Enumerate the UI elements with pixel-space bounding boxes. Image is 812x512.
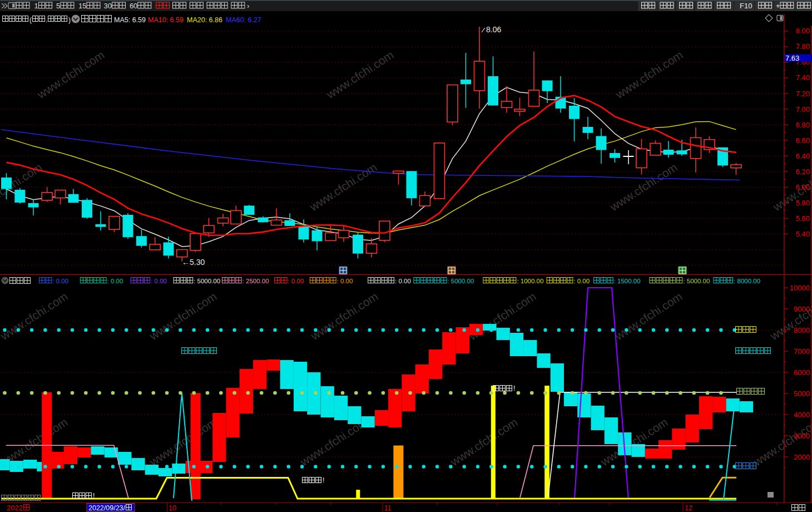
svg-text:7000: 7000 (794, 347, 810, 356)
svg-text:8.06: 8.06 (486, 25, 501, 34)
svg-text:: 2500.00: : 2500.00 (242, 278, 269, 284)
svg-text:6.60: 6.60 (796, 136, 810, 145)
svg-text:6.00: 6.00 (796, 183, 810, 191)
svg-text:60: 60 (130, 2, 137, 10)
svg-text:!: ! (93, 492, 95, 500)
svg-text:+: + (776, 2, 780, 10)
svg-text:2022: 2022 (7, 504, 23, 512)
svg-text:!: ! (323, 476, 324, 484)
svg-text:6.40: 6.40 (796, 152, 810, 160)
svg-text:›: › (247, 2, 249, 10)
svg-text:F10: F10 (740, 2, 752, 10)
svg-text:MA60: 6.27: MA60: 6.27 (226, 16, 261, 24)
svg-text:←5.30: ←5.30 (182, 258, 205, 267)
svg-text:30: 30 (104, 2, 112, 10)
svg-text:10: 10 (169, 504, 176, 512)
svg-text:(: ( (29, 16, 32, 24)
svg-text:4000: 4000 (794, 411, 810, 419)
svg-text:.: . (46, 16, 47, 24)
svg-text:MA10: 6.59: MA10: 6.59 (148, 16, 184, 24)
svg-text:5000: 5000 (794, 390, 810, 398)
svg-text:5.40: 5.40 (796, 230, 810, 238)
svg-text:MA20: 6.86: MA20: 6.86 (187, 16, 222, 24)
svg-text:5.80: 5.80 (796, 199, 810, 207)
svg-text:9000: 9000 (794, 305, 810, 313)
svg-text:3000: 3000 (794, 432, 810, 440)
svg-text:: 0.00: : 0.00 (52, 278, 68, 284)
svg-text:: 1500.00: : 1500.00 (614, 278, 641, 284)
svg-text:: 0.00: : 0.00 (337, 278, 353, 284)
svg-text:8000: 8000 (794, 326, 810, 334)
svg-text:: 0.00: : 0.00 (395, 278, 411, 284)
svg-text:: 5000.00: : 5000.00 (447, 278, 474, 284)
svg-text:7.20: 7.20 (796, 90, 810, 98)
svg-text:): ) (68, 16, 71, 24)
svg-text:5.60: 5.60 (796, 214, 810, 223)
svg-text:2022/09/23/: 2022/09/23/ (88, 504, 126, 512)
svg-text:: 5000.00: : 5000.00 (683, 278, 710, 284)
svg-text:6.80: 6.80 (796, 121, 810, 129)
svg-text:!: ! (513, 385, 515, 392)
svg-text:2000: 2000 (794, 453, 810, 461)
svg-text:7.40: 7.40 (796, 73, 810, 82)
svg-text:11: 11 (384, 504, 392, 512)
svg-text:15: 15 (78, 2, 86, 10)
svg-text:1: 1 (34, 2, 38, 10)
svg-text:: 8000.00: : 8000.00 (734, 278, 760, 284)
svg-text:6.20: 6.20 (796, 168, 810, 176)
svg-text:8.00: 8.00 (796, 27, 810, 35)
svg-text:: 0.00: : 0.00 (573, 278, 590, 284)
svg-text:7.63: 7.63 (785, 54, 799, 62)
svg-text:: 1000.00: : 1000.00 (517, 278, 543, 284)
svg-text:7.00: 7.00 (796, 105, 810, 114)
svg-text:: 0.00: : 0.00 (288, 278, 304, 284)
svg-text:10000: 10000 (790, 284, 810, 292)
svg-text:5: 5 (56, 2, 60, 10)
svg-text:: 5000.00: : 5000.00 (194, 278, 220, 284)
svg-text:6000: 6000 (794, 368, 810, 377)
svg-text:7.80: 7.80 (796, 42, 810, 51)
svg-text:MA5: 6.59: MA5: 6.59 (114, 16, 146, 24)
svg-text:12: 12 (685, 504, 692, 512)
svg-text:: 0.00: : 0.00 (107, 278, 123, 284)
svg-text:: 0.00: : 0.00 (151, 278, 167, 284)
